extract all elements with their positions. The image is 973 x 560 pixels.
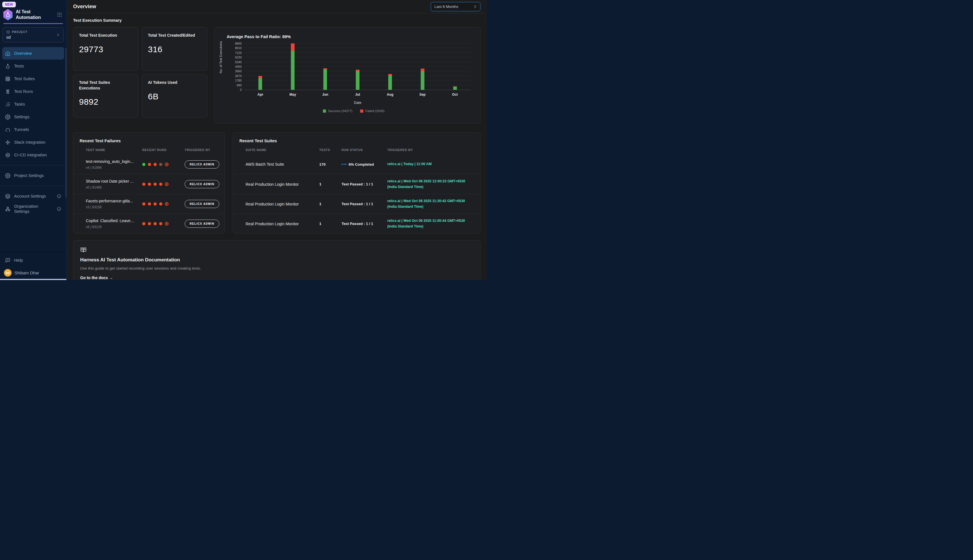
sidebar-item-tunnels[interactable]: Tunnels [2,123,64,136]
cube-icon [6,30,10,34]
user-menu[interactable]: SD Shibam Dhar [0,267,66,277]
suite-triggered-by[interactable]: relicx.ai | Wed Oct 08 2025 12:00:23 GMT… [387,179,472,190]
bar-success-segment [421,71,424,90]
bar-success-segment [291,51,295,90]
recent-test-suites-panel: Recent Test Suites SUITE NAMETESTSRUN ST… [233,132,480,233]
x-tick-label: Jun [322,93,328,97]
tasks-icon [5,102,10,107]
run-status-dot-orange [153,183,157,186]
suite-name[interactable]: Real Production Login Monitor [246,222,319,226]
sidebar-item-label: Account Settings [14,193,46,199]
sidebar-scrollbar[interactable] [65,48,66,198]
run-status-dot-orange [148,202,151,205]
suite-row: Real Production Login Monitor 1 Test Pas… [233,214,480,233]
grid3-icon [5,76,10,82]
sidebar-item-ci-cd-integration[interactable]: CI-CD integration [2,149,64,161]
sidebar-item-settings[interactable]: Settings [2,111,64,123]
suite-triggered-by[interactable]: relicx.ai | Today | 11:00 AM [387,162,472,167]
bar-may [291,43,295,90]
info-icon[interactable] [57,207,61,211]
chart-area: No. of Test Executions 08901780267035604… [219,42,475,100]
bar-jul [356,43,360,90]
main-area: Overview Last 6 Months Test Execution Su… [67,0,486,280]
run-status-dot-orange [148,163,151,166]
test-name[interactable]: test-removing_auto_login... [86,159,142,164]
suite-tests-count: 1 [319,202,342,206]
stat-card-ai-tokens-used: AI Tokens Used 6B [142,74,207,118]
page-content: Test Execution Summary Total Test Execut… [67,13,486,280]
suite-triggered-by[interactable]: relicx.ai | Wed Oct 08 2025 11:00:44 GMT… [387,218,472,229]
go-to-docs-link[interactable]: Go to the docs → [80,275,113,280]
sidebar-item-tests[interactable]: Tests [2,60,64,72]
failure-row: test-removing_auto_login... v4 | 81996 R… [73,154,225,174]
sidebar-item-project-settings[interactable]: Project Settings [2,169,64,182]
tunnel-icon [5,127,10,132]
run-status-dot-orange [148,183,151,186]
run-status-dot-orange [159,222,162,225]
bar-sep [421,43,424,90]
sidebar-item-help[interactable]: Help [2,254,64,267]
project-selector[interactable]: PROJECT sd [3,27,64,42]
date-range-value: Last 6 Months [435,5,458,9]
test-name[interactable]: Copilot: Classified: Leave... [86,218,142,223]
failure-row: Copilot: Classified: Leave... v6 | 63129… [73,214,225,233]
triggered-by-button[interactable]: RELICX ADMIN [185,180,219,188]
y-tick-label: 4450 [235,65,242,68]
legend-item-success: Success (24377) [323,109,352,113]
recent-runs [142,182,185,186]
info-icon[interactable] [57,194,61,198]
suite-run-status: 8% Completed [342,162,387,167]
sidebar-item-account-settings[interactable]: Account Settings [2,190,64,202]
triggered-by-button[interactable]: RELICX ADMIN [185,160,219,168]
column-header: SUITE NAME [246,148,319,152]
legend-swatch [323,110,326,113]
app-switcher-grid-icon[interactable] [57,12,62,18]
test-name[interactable]: Facets-performance-gitla... [86,199,142,203]
failure-row: Facets-performance-gitla... v3 | 63238 R… [73,194,225,214]
failures-title: Recent Test Failures [73,133,225,144]
suite-triggered-by[interactable]: relicx.ai | Wed Oct 08 2025 11:30:42 GMT… [387,198,472,210]
sidebar-item-slack-integration[interactable]: Slack integration [2,136,64,148]
stat-cards: Total Test Execution 29773Total Test Cre… [73,27,207,123]
bar-aug [388,43,392,90]
x-tick-label: Jul [355,93,360,97]
legend-label: Success (24377) [328,109,352,113]
test-version-id: v6 | 63129 [86,225,142,229]
recent-test-failures-panel: Recent Test Failures TEST NAMERECENT RUN… [73,132,225,233]
flask-icon [6,13,9,17]
legend-item-failed: Failed (2939) [360,109,385,113]
run-status-dot-orange [153,163,157,166]
suite-run-status: Test Passed : 1 / 1 [342,202,387,206]
suite-name[interactable]: Real Production Login Monitor [246,182,319,187]
sidebar-item-label: Overview [14,51,32,56]
slack-icon [5,140,10,145]
triggered-by-button[interactable]: RELICX ADMIN [185,200,219,208]
sidebar-item-tasks[interactable]: Tasks [2,98,64,110]
x-tick-label: Oct [452,93,458,97]
y-tick-label: 0 [240,88,242,92]
test-name[interactable]: Shadow root Date picker ... [86,179,142,183]
date-range-select[interactable]: Last 6 Months [431,2,480,11]
suite-name[interactable]: AWS Batch Test Suite [246,162,319,167]
sidebar-item-organization-settings[interactable]: Organization Settings [2,203,64,215]
sidebar-item-test-suites[interactable]: Test Suites [2,73,64,85]
gear-icon [5,173,10,178]
run-status-ring-icon [165,202,168,206]
page-title: Overview [73,4,96,10]
column-header: RECENT RUNS [142,148,185,152]
suite-name[interactable]: Real Production Login Monitor [246,202,319,206]
sidebar-item-overview[interactable]: Overview [2,47,64,60]
triggered-by-button[interactable]: RELICX ADMIN [185,220,219,228]
sidebar-item-test-runs[interactable]: Test Runs [2,85,64,98]
chevron-right-icon [56,33,60,37]
y-tick-label: 890 [237,83,242,87]
sidebar-nav-secondary: Project Settings [0,169,66,182]
recent-runs [142,163,185,166]
run-status-ring-icon [165,182,168,186]
suite-row: Real Production Login Monitor 1 Test Pas… [233,194,480,214]
stat-card-total-test-execution: Total Test Execution 29773 [73,27,138,70]
y-axis-title: No. of Test Executions [219,69,222,73]
sidebar-item-label: Tests [14,63,24,68]
sidebar-item-label: CI-CD integration [14,152,47,158]
run-status-dot-orange [142,202,145,205]
